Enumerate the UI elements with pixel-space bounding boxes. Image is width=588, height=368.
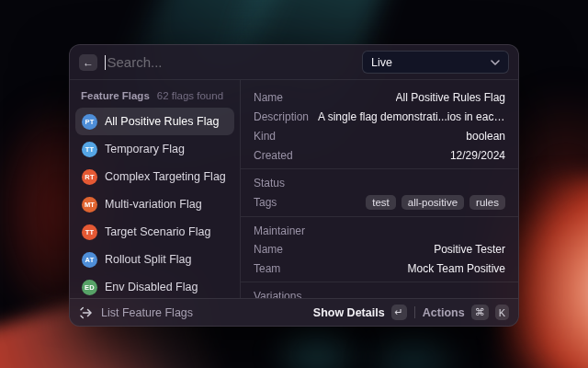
divider (241, 282, 518, 282)
detail-row-maintainer-name: Name Positive Tester (241, 239, 518, 259)
detail-row-tags: Tags testall-positiverules (241, 191, 518, 213)
flag-label: All Positive Rules Flag (105, 115, 219, 128)
flag-label: Rollout Split Flag (105, 253, 192, 266)
maintainer-section-header: Maintainer (241, 221, 518, 239)
detail-value: 12/29/2024 (450, 149, 505, 162)
variations-section-header: Variations (241, 286, 518, 298)
tag-chip: rules (469, 195, 505, 210)
flag-list-panel: Feature Flags 62 flags found PT All Posi… (70, 80, 241, 298)
dash-arrow-icon (79, 305, 94, 320)
detail-label: Description (254, 110, 309, 123)
divider (241, 216, 518, 217)
divider (241, 168, 518, 169)
command-key-icon: ⌘ (471, 305, 489, 320)
flag-list-item[interactable]: MT Multi-variation Flag (75, 190, 234, 218)
window-body: Feature Flags 62 flags found PT All Posi… (70, 80, 518, 298)
status-section-header: Status (241, 173, 518, 191)
flag-list-item[interactable]: TT Target Scenario Flag (75, 218, 234, 246)
flag-list-item[interactable]: PT All Positive Rules Flag (75, 108, 234, 135)
result-count: 62 flags found (157, 90, 223, 101)
flag-label: Env Disabled Flag (105, 281, 198, 293)
flag-initials-badge: RT (82, 169, 97, 185)
flag-initials-badge: ED (82, 280, 97, 295)
detail-row-team: Team Mock Team Positive (241, 259, 518, 278)
flag-label: Complex Targeting Flag (105, 170, 226, 183)
action-bar: List Feature Flags Show Details ↵ Action… (70, 298, 518, 326)
detail-label: Created (254, 149, 293, 162)
detail-row-description: Description A single flag demonstrati...… (241, 107, 518, 126)
text-caret (105, 55, 106, 70)
flag-initials-badge: TT (82, 224, 97, 240)
flag-initials-badge: MT (82, 197, 97, 213)
tag-chip: all-positive (401, 195, 464, 210)
enter-key-icon: ↵ (391, 305, 407, 320)
detail-row-created: Created 12/29/2024 (241, 145, 518, 165)
section-title: Feature Flags (81, 90, 150, 101)
detail-panel: Name All Positive Rules Flag Description… (241, 80, 518, 298)
flag-label: Multi-variation Flag (105, 198, 202, 211)
search-header: ← Live (70, 45, 518, 80)
flag-initials-badge: TT (82, 142, 97, 157)
divider (414, 306, 415, 318)
detail-value: A single flag demonstrati...ios in each … (318, 110, 505, 123)
detail-label: Tags (254, 196, 277, 209)
flag-list-item[interactable]: TT Temporary Flag (75, 135, 234, 163)
tag-list: testall-positiverules (366, 195, 505, 210)
detail-row-name: Name All Positive Rules Flag (241, 87, 518, 107)
flag-initials-badge: PT (82, 114, 97, 130)
environment-dropdown[interactable]: Live (362, 51, 509, 74)
detail-label: Name (254, 243, 283, 256)
background-teal-glow (266, 322, 368, 368)
flag-list-item[interactable]: AT Rollout Split Flag (75, 246, 234, 273)
actions-menu-button[interactable]: Actions ⌘ K (423, 305, 509, 320)
tag-chip: test (366, 195, 396, 210)
flag-list: PT All Positive Rules Flag TT Temporary … (70, 108, 240, 301)
search-input[interactable] (107, 54, 355, 70)
detail-label: Kind (254, 130, 276, 143)
detail-value: All Positive Rules Flag (396, 91, 505, 104)
dropdown-value: Live (371, 56, 392, 69)
detail-label: Name (254, 91, 283, 104)
launcher-window: ← Live Feature Flags 62 flags found PT A… (69, 44, 519, 327)
background-teal-glow (358, 327, 469, 368)
flag-list-item[interactable]: RT Complex Targeting Flag (75, 163, 234, 190)
chevron-down-icon (491, 60, 500, 65)
list-section-header: Feature Flags 62 flags found (70, 86, 240, 108)
back-button[interactable]: ← (79, 54, 97, 71)
search-field-wrap (105, 54, 355, 70)
actions-label: Actions (423, 306, 465, 319)
detail-value: Positive Tester (434, 243, 505, 256)
show-details-action[interactable]: Show Details ↵ (313, 305, 407, 320)
show-details-label: Show Details (313, 306, 385, 319)
detail-label: Team (254, 262, 280, 275)
detail-value: Mock Team Positive (408, 262, 505, 275)
detail-value: boolean (466, 130, 505, 143)
back-arrow-icon: ← (83, 56, 94, 69)
flag-label: Temporary Flag (105, 143, 185, 155)
flag-initials-badge: AT (82, 252, 97, 268)
command-title: List Feature Flags (101, 306, 193, 319)
detail-row-kind: Kind boolean (241, 126, 518, 145)
flag-label: Target Scenario Flag (105, 225, 210, 238)
k-key-icon: K (495, 305, 509, 320)
flag-list-item[interactable]: ED Env Disabled Flag (75, 273, 234, 301)
